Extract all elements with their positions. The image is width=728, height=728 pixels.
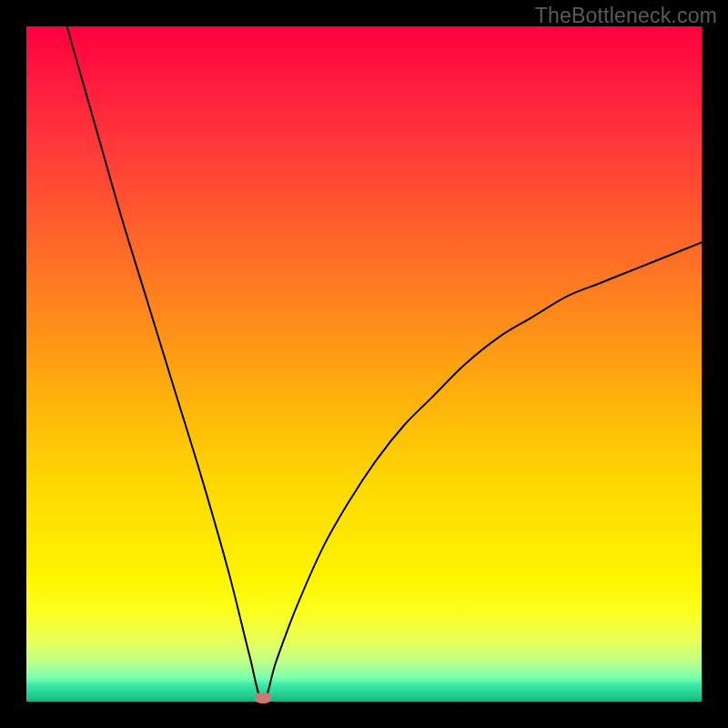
chart-frame: TheBottleneck.com xyxy=(0,0,728,728)
watermark-text: TheBottleneck.com xyxy=(535,4,717,28)
bottleneck-curve xyxy=(26,26,702,702)
plot-area xyxy=(26,26,702,702)
minimum-marker xyxy=(255,693,271,703)
